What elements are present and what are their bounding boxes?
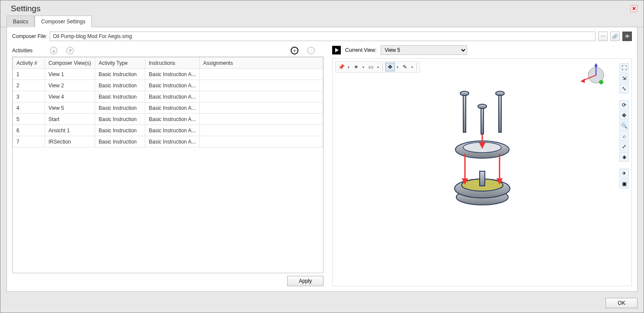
camera-icon[interactable]: ▣ (619, 179, 629, 188)
table-cell (199, 102, 323, 114)
dropdown-icon[interactable]: ▾ (396, 65, 399, 69)
table-cell: Basic Instruction (95, 91, 145, 102)
fly-icon[interactable]: ✈ (619, 169, 629, 178)
table-cell: Basic Instruction A... (145, 114, 200, 125)
table-cell: Start (45, 114, 95, 125)
pan-icon[interactable]: ✥ (619, 111, 629, 120)
current-view-select[interactable]: View 1View 2View 4View 5StartAnsicht 1IR… (381, 45, 467, 55)
table-cell: Basic Instruction (95, 69, 145, 80)
tabstrip: Basics Composer Settings (0, 15, 644, 27)
table-cell: View 2 (45, 80, 95, 91)
svg-point-13 (460, 91, 469, 96)
table-row[interactable]: 5StartBasic InstructionBasic Instruction… (13, 114, 323, 125)
column-header[interactable]: Activity # (13, 57, 45, 69)
dropdown-icon[interactable]: ▾ (376, 65, 380, 69)
table-cell: Basic Instruction (95, 136, 145, 147)
table-row[interactable]: 6Ansicht 1Basic InstructionBasic Instruc… (13, 125, 323, 136)
browse-button[interactable]: ⋯ (598, 32, 608, 41)
table-cell: View 4 (45, 91, 95, 102)
svg-point-23 (599, 80, 603, 84)
table-cell: Basic Instruction (95, 80, 145, 91)
zoom-fit-icon[interactable]: ⤢ (619, 142, 629, 151)
ok-button[interactable]: OK (606, 298, 638, 308)
view-triad-icon[interactable] (580, 63, 607, 91)
svg-marker-20 (594, 63, 598, 67)
svg-point-15 (496, 91, 504, 96)
move-down-button[interactable]: ▼ (66, 47, 74, 54)
table-row[interactable]: 2View 2Basic InstructionBasic Instructio… (13, 80, 323, 91)
column-header[interactable]: Composer View(s) (45, 57, 95, 69)
model-preview (435, 85, 530, 214)
table-cell (199, 125, 323, 136)
current-view-label: Current View: (345, 47, 376, 53)
table-row[interactable]: 7IRSectionBasic InstructionBasic Instruc… (13, 136, 323, 147)
dropdown-icon[interactable]: ▾ (362, 65, 365, 69)
dropdown-icon[interactable]: ▾ (347, 65, 350, 69)
table-row[interactable]: 4View 5Basic InstructionBasic Instructio… (13, 102, 323, 114)
tab-composer-settings[interactable]: Composer Settings (35, 16, 92, 27)
svg-rect-16 (481, 106, 484, 134)
zoom-selected-icon[interactable]: ◈ (619, 152, 629, 162)
table-cell (199, 69, 323, 80)
column-header[interactable]: Activity Type (95, 57, 145, 69)
add-activity-button[interactable]: ＋ (291, 47, 298, 54)
table-cell: Basic Instruction A... (145, 91, 200, 102)
table-cell: View 1 (45, 69, 95, 80)
column-header[interactable]: Assignments (199, 57, 323, 69)
svg-rect-12 (463, 93, 466, 132)
dialog-title: Settings (11, 4, 631, 13)
tool-move-icon[interactable]: ✥ (385, 63, 395, 71)
table-cell (199, 91, 323, 102)
composer-file-label: Composer File: (12, 33, 47, 39)
table-cell: 5 (13, 114, 45, 125)
table-cell: Basic Instruction A... (145, 102, 200, 114)
table-row[interactable]: 1View 1Basic InstructionBasic Instructio… (13, 69, 323, 80)
table-cell (199, 80, 323, 91)
column-header[interactable]: Instructions (145, 57, 200, 69)
table-cell: Basic Instruction A... (145, 125, 200, 136)
remove-activity-button[interactable]: － (307, 47, 315, 54)
table-cell: IRSection (45, 136, 95, 147)
fit-view-icon[interactable]: ⛶ (619, 63, 629, 73)
dropdown-icon[interactable]: ▾ (410, 65, 414, 69)
table-cell: Basic Instruction A... (145, 136, 200, 147)
table-cell: 4 (13, 102, 45, 114)
table-cell: 1 (13, 69, 45, 80)
table-cell: View 5 (45, 102, 95, 114)
viewer-toolbar: 📌▾ ☀▾ ▭▾ ✥▾ ✎▾ (335, 61, 420, 73)
close-button[interactable]: ✕ (631, 5, 638, 12)
table-cell (199, 136, 323, 147)
table-cell: 2 (13, 80, 45, 91)
svg-marker-22 (580, 79, 585, 83)
tool-note-icon[interactable]: 📌 (336, 63, 346, 71)
table-cell: Ansicht 1 (45, 125, 95, 136)
orient-view-icon[interactable]: ⤡ (619, 84, 629, 93)
align-view-icon[interactable]: ⇲ (619, 73, 629, 83)
play-button[interactable] (332, 46, 341, 54)
svg-point-17 (478, 104, 487, 109)
tool-highlight-icon[interactable]: ✎ (400, 63, 410, 71)
table-cell: Basic Instruction A... (145, 80, 200, 91)
zoom-area-icon[interactable]: ⌕ (619, 131, 629, 141)
activities-table: Activity #Composer View(s)Activity TypeI… (13, 57, 323, 147)
tab-basics[interactable]: Basics (6, 16, 35, 27)
tool-render-icon[interactable]: ▭ (366, 63, 375, 71)
table-cell: Basic Instruction (95, 102, 145, 114)
rotate-icon[interactable]: ⟳ (619, 100, 629, 110)
move-up-button[interactable]: ▲ (50, 47, 58, 54)
svg-rect-14 (499, 93, 501, 132)
table-cell: 3 (13, 91, 45, 102)
svg-rect-3 (480, 171, 485, 186)
table-row[interactable]: 3View 4Basic InstructionBasic Instructio… (13, 91, 323, 102)
apply-button[interactable]: Apply (287, 276, 324, 286)
zoom-icon[interactable]: 🔍 (619, 121, 629, 131)
table-cell: Basic Instruction (95, 125, 145, 136)
preview-toggle-button[interactable]: 👁 (622, 32, 632, 41)
tool-sun-icon[interactable]: ☀ (351, 63, 361, 71)
3d-viewer[interactable]: 📌▾ ☀▾ ▭▾ ✥▾ ✎▾ (332, 58, 632, 286)
table-cell: 6 (13, 125, 45, 136)
composer-file-input[interactable] (50, 32, 596, 41)
table-cell (199, 114, 323, 125)
table-cell: 7 (13, 136, 45, 147)
link-button[interactable]: 🔗 (610, 32, 620, 41)
